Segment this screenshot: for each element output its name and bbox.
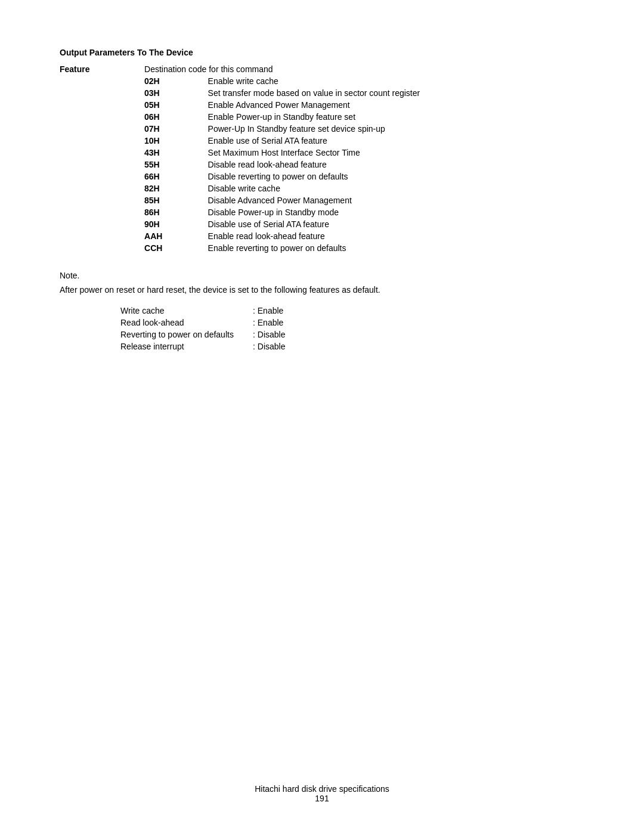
default-row: Release interrupt : Disable [120, 341, 285, 352]
feature-code-row: 07H Power-Up In Standby feature set devi… [60, 123, 584, 135]
page-footer: Hitachi hard disk drive specifications 1… [0, 784, 644, 803]
empty-cell [60, 135, 144, 147]
default-row: Reverting to power on defaults : Disable [120, 329, 285, 340]
empty-cell [60, 206, 144, 218]
note-section: Note. After power on reset or hard reset… [60, 271, 584, 353]
feature-code-row: 66H Disable reverting to power on defaul… [60, 171, 584, 182]
code-description: Enable reverting to power on defaults [208, 242, 584, 254]
code-value: 43H [144, 147, 208, 159]
empty-cell [60, 123, 144, 135]
code-value: 02H [144, 75, 208, 87]
feature-code-row: CCH Enable reverting to power on default… [60, 242, 584, 254]
code-description: Set transfer mode based on value in sect… [208, 87, 584, 99]
code-value: 10H [144, 135, 208, 147]
empty-cell [60, 111, 144, 123]
feature-code-row: 86H Disable Power-up in Standby mode [60, 206, 584, 218]
feature-code-row: 55H Disable read look-ahead feature [60, 159, 584, 171]
note-label: Note. [60, 271, 584, 280]
feature-code-row: 10H Enable use of Serial ATA feature [60, 135, 584, 147]
empty-cell [60, 147, 144, 159]
code-description: Enable read look-ahead feature [208, 230, 584, 242]
empty-cell [60, 242, 144, 254]
code-description: Enable Power-up in Standby feature set [208, 111, 584, 123]
empty-cell [60, 171, 144, 182]
empty-cell [60, 194, 144, 206]
default-value: : Enable [253, 305, 285, 316]
default-value: : Disable [253, 341, 285, 352]
feature-desc: Destination code for this command [144, 63, 584, 75]
defaults-table: Write cache : Enable Read look-ahead : E… [119, 304, 286, 353]
code-value: 03H [144, 87, 208, 99]
code-value: 90H [144, 218, 208, 230]
empty-cell [60, 182, 144, 194]
code-value: 07H [144, 123, 208, 135]
code-description: Disable write cache [208, 182, 584, 194]
feature-code-row: 02H Enable write cache [60, 75, 584, 87]
code-description: Disable read look-ahead feature [208, 159, 584, 171]
default-name: Release interrupt [120, 341, 252, 352]
feature-code-row: 90H Disable use of Serial ATA feature [60, 218, 584, 230]
feature-code-row: 03H Set transfer mode based on value in … [60, 87, 584, 99]
code-value: 86H [144, 206, 208, 218]
code-description: Disable Power-up in Standby mode [208, 206, 584, 218]
code-value: 05H [144, 99, 208, 111]
empty-cell [60, 87, 144, 99]
code-description: Enable Advanced Power Management [208, 99, 584, 111]
code-value: 06H [144, 111, 208, 123]
code-description: Enable write cache [208, 75, 584, 87]
section-title: Output Parameters To The Device [60, 48, 584, 57]
default-row: Read look-ahead : Enable [120, 317, 285, 328]
feature-code-row: 05H Enable Advanced Power Management [60, 99, 584, 111]
default-name: Read look-ahead [120, 317, 252, 328]
code-value: 55H [144, 159, 208, 171]
default-row: Write cache : Enable [120, 305, 285, 316]
code-description: Disable use of Serial ATA feature [208, 218, 584, 230]
code-value: 66H [144, 171, 208, 182]
empty-cell [60, 75, 144, 87]
feature-code-row: 06H Enable Power-up in Standby feature s… [60, 111, 584, 123]
code-description: Power-Up In Standby feature set device s… [208, 123, 584, 135]
code-value: 85H [144, 194, 208, 206]
empty-cell [60, 159, 144, 171]
empty-cell [60, 230, 144, 242]
feature-header-row: Feature Destination code for this comman… [60, 63, 584, 75]
footer-line1: Hitachi hard disk drive specifications [0, 784, 644, 794]
empty-cell [60, 218, 144, 230]
feature-code-row: 82H Disable write cache [60, 182, 584, 194]
code-value: AAH [144, 230, 208, 242]
code-description: Disable Advanced Power Management [208, 194, 584, 206]
feature-code-row: 85H Disable Advanced Power Management [60, 194, 584, 206]
default-name: Write cache [120, 305, 252, 316]
footer-line2: 191 [0, 794, 644, 803]
default-name: Reverting to power on defaults [120, 329, 252, 340]
code-value: CCH [144, 242, 208, 254]
default-value: : Enable [253, 317, 285, 328]
empty-cell [60, 99, 144, 111]
feature-code-row: AAH Enable read look-ahead feature [60, 230, 584, 242]
feature-code-row: 43H Set Maximum Host Interface Sector Ti… [60, 147, 584, 159]
code-description: Set Maximum Host Interface Sector Time [208, 147, 584, 159]
code-description: Disable reverting to power on defaults [208, 171, 584, 182]
code-description: Enable use of Serial ATA feature [208, 135, 584, 147]
default-value: : Disable [253, 329, 285, 340]
note-text: After power on reset or hard reset, the … [60, 285, 584, 295]
feature-table: Feature Destination code for this comman… [60, 63, 584, 254]
code-value: 82H [144, 182, 208, 194]
feature-label: Feature [60, 63, 144, 75]
